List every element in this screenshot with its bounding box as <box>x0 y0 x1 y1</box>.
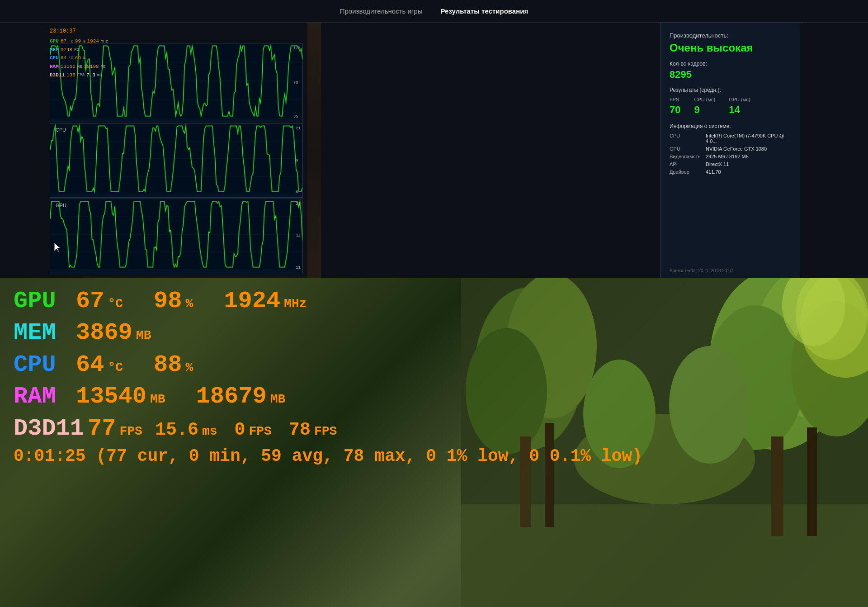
gpu-stat-row: GPU 67 °C 99 % 1924 MHz <box>50 38 108 46</box>
sysinfo-api-key: API <box>670 161 706 167</box>
cpu-y-mid: 9 <box>296 158 301 163</box>
hud-d3d-fps78: 78 <box>289 419 311 441</box>
svg-marker-0 <box>54 243 61 252</box>
cpu-temp-unit: °C <box>68 55 73 62</box>
nav-bar: Производительность игры Результаты тести… <box>0 0 868 23</box>
hud-d3d-fps78-unit: FPS <box>314 424 337 439</box>
hud-gpu-label: GPU <box>14 287 72 315</box>
gpu-stat-header: GPU (мс) <box>729 97 750 102</box>
sysinfo-driver-key: Драйвер <box>670 169 706 175</box>
stats-overlay: 23:10:37 GPU 67 °C 99 % 1924 MHz MEM 374… <box>50 27 108 80</box>
d3d-fps-unit: FPS <box>77 72 85 78</box>
hud-gpu-clock: 1924 <box>224 287 280 315</box>
cpu-temp: 64 <box>61 54 66 62</box>
gpu-chart-label: GPU <box>56 203 66 208</box>
top-panel: Производительность игры Результаты тести… <box>0 0 868 278</box>
fps-stat-col: FPS 70 <box>670 97 680 116</box>
gpu-clock: 1924 <box>87 38 99 46</box>
hud-d3d-ms: 15.6 <box>155 419 198 441</box>
hud-d3d-fps-unit: FPS <box>119 424 142 439</box>
ram-label: RAM <box>50 63 59 71</box>
d3d-stat-row: D3D11 136 FPS 7.3 ms <box>50 71 108 80</box>
hud-ram-val2: 18679 <box>196 383 267 411</box>
hud-gpu-load-unit: % <box>185 296 193 312</box>
hud-ram-label: RAM <box>14 383 72 411</box>
hud-gpu-clock-unit: MHz <box>284 296 307 312</box>
cpu-y-max: 21 <box>296 126 301 131</box>
cpu-chart: CPU 21 9 6 <box>50 123 303 198</box>
hud-ram-unit2: MB <box>270 392 286 407</box>
sysinfo-driver-row: Драйвер 411.70 <box>670 169 791 175</box>
sysinfo-cpu-row: CPU Intel(R) Core(TM) i7-4790K CPU @ 4.0… <box>670 133 791 144</box>
mem-label: MEM <box>50 46 59 54</box>
cpu-y-min: 6 <box>296 190 301 194</box>
gpu-y-min: 11 <box>296 266 301 270</box>
hud-gpu-temp-unit: °C <box>108 296 123 312</box>
d3d-ms: 7.3 <box>86 71 95 80</box>
hud-d3d-row: D3D11 77 FPS 15.6 ms 0 FPS 78 FPS <box>14 415 854 443</box>
cpu-stat-col: CPU (мс) 9 <box>694 97 715 116</box>
hud-gpu-load: 98 <box>154 287 182 315</box>
hud-cpu-temp: 64 <box>76 351 104 379</box>
sysinfo-vram-val: 2925 М6 / 8192 М6 <box>706 154 749 159</box>
fps-y-max: 123 <box>293 46 301 51</box>
hud-d3d-fps: 77 <box>88 415 116 443</box>
hud-ram-val1: 13540 <box>76 383 146 411</box>
hud-d3d-fps0-unit: FPS <box>249 424 272 439</box>
time-display: 23:10:37 <box>50 27 108 36</box>
hud-ram-unit1: MB <box>150 392 165 407</box>
hud-cpu-load: 88 <box>154 351 182 379</box>
results-timestamp: Время теста: 20.10.2018 23:07 <box>670 268 733 273</box>
sysinfo-label: Информация о системе: <box>670 123 791 129</box>
fps-stat-header: FPS <box>670 97 680 102</box>
hud-overlay: GPU 67 °C 98 % 1924 MHz MEM 3869 MB CPU … <box>0 278 868 607</box>
hud-summary-row: 0:01:25 (77 cur, 0 min, 59 avg, 78 max, … <box>14 446 854 466</box>
gpu-load: 99 <box>75 38 81 46</box>
nav-tab-perf[interactable]: Производительность игры <box>340 7 423 15</box>
mem-val: 3748 <box>61 46 72 54</box>
hud-mem-row: MEM 3869 MB <box>14 319 854 347</box>
bottom-panel: GPU 67 °C 98 % 1924 MHz MEM 3869 MB CPU … <box>0 278 868 607</box>
hud-cpu-label: CPU <box>14 351 72 379</box>
ram-val2: 18198 <box>84 63 99 71</box>
hud-ram-row: RAM 13540 MB 18679 MB <box>14 383 854 411</box>
bg-texture <box>307 23 321 278</box>
gpu-temp-unit: °C <box>68 38 73 45</box>
ram-stat-row: RAM 13166 MB 18198 MB <box>50 63 108 71</box>
sysinfo-api-row: API DirectX 11 <box>670 161 791 167</box>
mem-unit: MB <box>74 47 79 53</box>
gpu-y-mid: 14 <box>296 234 301 238</box>
sysinfo-driver-val: 411.70 <box>706 169 721 175</box>
hud-mem-label: MEM <box>14 319 72 347</box>
hud-gpu-row: GPU 67 °C 98 % 1924 MHz <box>14 287 854 315</box>
gpu-load-unit: % <box>83 38 85 45</box>
cpu-canvas <box>50 123 302 194</box>
sysinfo-table: CPU Intel(R) Core(TM) i7-4790K CPU @ 4.0… <box>670 133 791 175</box>
hud-d3d-ms-unit: ms <box>202 424 217 439</box>
results-stats-row: FPS 70 CPU (мс) 9 GPU (мс) 14 <box>670 97 791 116</box>
cpu-stat-val: 9 <box>694 104 715 116</box>
cpu-stat-header: CPU (мс) <box>694 97 715 102</box>
ram-unit1: MB <box>77 64 82 70</box>
gpu-y-labels: 21 14 11 <box>296 199 301 273</box>
cpu-load: 69 <box>75 54 81 62</box>
results-panel: Производительность: Очень высокая Кол-во… <box>660 23 800 278</box>
gpu-chart: GPU 21 14 11 <box>50 199 303 273</box>
sysinfo-gpu-row: GPU NVIDIA GeForce GTX 1080 <box>670 146 791 152</box>
cpu-label: CPU <box>50 54 59 62</box>
fps-y-mid: 70 <box>293 81 301 85</box>
fps-y-labels: 123 70 35 <box>293 43 301 122</box>
d3d-fps: 136 <box>66 71 75 80</box>
sysinfo-vram-row: Видеопамять 2925 М6 / 8192 М6 <box>670 154 791 159</box>
gpu-canvas <box>50 199 302 270</box>
frames-value: 8295 <box>670 69 791 81</box>
nav-tab-results[interactable]: Результаты тестирования <box>440 7 528 15</box>
fps-stat-val: 70 <box>670 104 680 116</box>
sysinfo-gpu-val: NVIDIA GeForce GTX 1080 <box>706 146 767 152</box>
cpu-y-labels: 21 9 6 <box>296 123 301 197</box>
frames-label: Кол-во кадров: <box>670 61 791 67</box>
perf-label: Производительность: <box>670 32 791 39</box>
ram-unit2: MB <box>101 64 106 70</box>
fps-y-min: 35 <box>293 114 301 119</box>
mem-stat-row: MEM 3748 MB <box>50 46 108 54</box>
